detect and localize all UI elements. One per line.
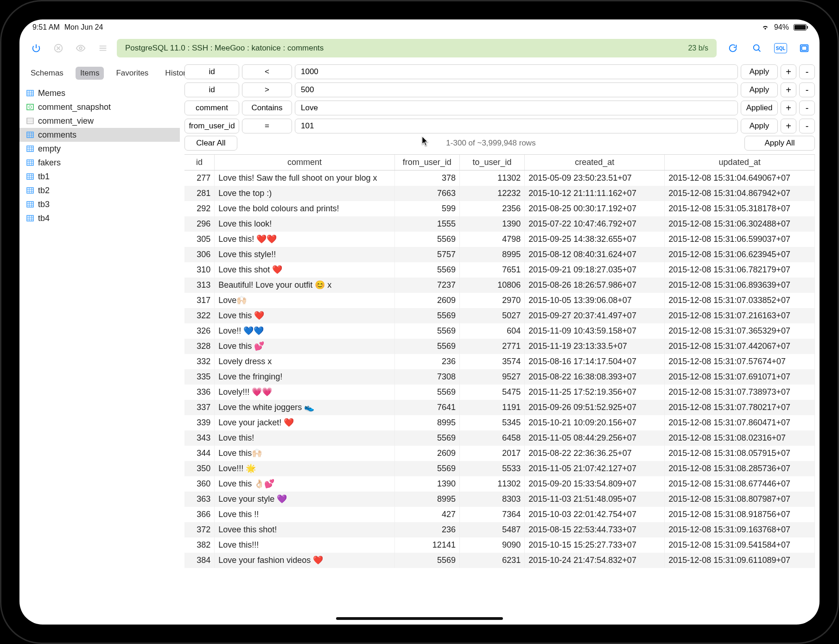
filter-value-input[interactable] [295,64,738,79]
sidebar-item-fakers[interactable]: fakers [19,156,180,170]
table-row[interactable]: 339Love your jacket! ❤️899553452015-10-2… [184,415,815,430]
cell-to-user-id[interactable]: 5345 [459,415,524,430]
cell-id[interactable]: 317 [184,293,215,308]
cell-created-at[interactable]: 2015-11-19 23:13:33.5+07 [525,339,665,354]
cell-updated-at[interactable]: 2015-12-08 15:31:07.860471+07 [665,415,815,430]
table-row[interactable]: 366Love this !!42773642015-10-03 22:01:4… [184,507,815,522]
cell-id[interactable]: 382 [184,537,215,553]
header-id[interactable]: id [184,155,215,170]
panels-icon[interactable] [797,41,811,55]
cell-id[interactable]: 281 [184,186,215,201]
sidebar-item-Memes[interactable]: Memes [19,86,180,100]
cell-created-at[interactable]: 2015-10-05 13:39:06.08+07 [525,293,665,308]
cell-to-user-id[interactable]: 1191 [459,400,524,415]
filter-operator-select[interactable]: > [242,82,292,97]
cell-updated-at[interactable]: 2015-12-08 15:31:06.893639+07 [665,278,815,293]
filter-value-input[interactable] [295,82,738,97]
cell-from-user-id[interactable]: 1390 [394,476,459,492]
cell-updated-at[interactable]: 2015-12-08 15:31:07.216163+07 [665,308,815,323]
table-row[interactable]: 332Lovely dress x23635742015-08-16 17:14… [184,354,815,369]
cell-id[interactable]: 292 [184,201,215,216]
cell-updated-at[interactable]: 2015-12-08 15:31:09.163768+07 [665,522,815,537]
cell-id[interactable]: 337 [184,400,215,415]
cell-from-user-id[interactable]: 7641 [394,400,459,415]
cell-comment[interactable]: Love the white joggers 👟 [215,400,394,415]
cell-from-user-id[interactable]: 5569 [394,430,459,446]
cell-comment[interactable]: Love this! ❤️❤️ [215,232,394,247]
cell-to-user-id[interactable]: 8995 [459,247,524,262]
filter-operator-select[interactable]: Contains [242,101,292,115]
cell-updated-at[interactable]: 2015-12-08 15:31:06.302488+07 [665,216,815,232]
cell-updated-at[interactable]: 2015-12-08 15:31:08.285736+07 [665,461,815,476]
filter-column-select[interactable]: id [184,82,239,97]
table-row[interactable]: 360Love this 👌🏻💕1390113022015-09-20 15:3… [184,476,815,492]
cell-updated-at[interactable]: 2015-12-08 15:31:07.57674+07 [665,354,815,369]
table-row[interactable]: 328Love this 💕556927712015-11-19 23:13:3… [184,339,815,354]
table-row[interactable]: 337Love the white joggers 👟764111912015-… [184,400,815,415]
cell-id[interactable]: 328 [184,339,215,354]
table-row[interactable]: 363Love your style 💜899583032015-11-03 2… [184,492,815,507]
cell-created-at[interactable]: 2015-08-16 17:14:17.504+07 [525,354,665,369]
table-row[interactable]: 305Love this! ❤️❤️556947982015-09-25 14:… [184,232,815,247]
cell-created-at[interactable]: 2015-08-15 22:53:44.733+07 [525,522,665,537]
filter-add-button[interactable]: + [781,82,796,97]
cell-to-user-id[interactable]: 5475 [459,385,524,400]
cell-to-user-id[interactable]: 8303 [459,492,524,507]
filter-remove-button[interactable]: - [799,82,815,97]
cell-comment[interactable]: Love the fringing! [215,369,394,385]
filter-operator-select[interactable]: < [242,64,292,79]
filter-apply-button[interactable]: Apply [741,119,778,133]
power-icon[interactable] [28,40,44,57]
filter-remove-button[interactable]: - [799,119,815,133]
cell-created-at[interactable]: 2015-11-03 21:51:48.095+07 [525,492,665,507]
cell-comment[interactable]: Love this!!! [215,537,394,553]
cell-id[interactable]: 305 [184,232,215,247]
cell-updated-at[interactable]: 2015-12-08 15:31:04.867942+07 [665,186,815,201]
cell-comment[interactable]: Love this! [215,430,394,446]
cell-from-user-id[interactable]: 12141 [394,537,459,553]
cell-updated-at[interactable]: 2015-12-08 15:31:06.599037+07 [665,232,815,247]
cell-to-user-id[interactable]: 11302 [459,170,524,186]
cell-to-user-id[interactable]: 2356 [459,201,524,216]
cell-from-user-id[interactable]: 599 [394,201,459,216]
cell-to-user-id[interactable]: 10806 [459,278,524,293]
cell-comment[interactable]: Love this ❤️ [215,308,394,323]
table-row[interactable]: 335Love the fringing!730895272015-08-22 … [184,369,815,385]
cell-id[interactable]: 384 [184,553,215,568]
filter-remove-button[interactable]: - [799,64,815,79]
cell-from-user-id[interactable]: 7308 [394,369,459,385]
sidebar-item-comments[interactable]: comments [19,128,180,142]
tab-favorites[interactable]: Favorites [111,67,153,80]
cell-id[interactable]: 363 [184,492,215,507]
cancel-icon[interactable] [50,40,67,57]
cell-id[interactable]: 343 [184,430,215,446]
cell-updated-at[interactable]: 2015-12-08 15:31:09.611089+07 [665,553,815,568]
filter-add-button[interactable]: + [781,119,796,133]
cell-from-user-id[interactable]: 8995 [394,415,459,430]
table-row[interactable]: 336Lovely!!! 💗💗556954752015-11-25 17:52:… [184,385,815,400]
list-lines-icon[interactable] [95,40,111,57]
table-row[interactable]: 313Beautiful! Love your outfit 😊 x723710… [184,278,815,293]
cell-from-user-id[interactable]: 236 [394,354,459,369]
table-row[interactable]: 296Love this look!155513902015-07-22 10:… [184,216,815,232]
cell-to-user-id[interactable]: 7651 [459,262,524,278]
filter-column-select[interactable]: comment [184,101,239,115]
cell-created-at[interactable]: 2015-10-15 15:25:27.733+07 [525,537,665,553]
cell-comment[interactable]: Love this! Saw the full shoot on your bl… [215,170,394,186]
cell-id[interactable]: 372 [184,522,215,537]
cell-id[interactable]: 332 [184,354,215,369]
cell-to-user-id[interactable]: 5487 [459,522,524,537]
cell-updated-at[interactable]: 2015-12-08 15:31:06.623945+07 [665,247,815,262]
table-row[interactable]: 277Love this! Saw the full shoot on your… [184,170,815,186]
filter-add-button[interactable]: + [781,101,796,115]
tab-items[interactable]: Items [76,67,104,80]
sidebar-item-comment_view[interactable]: comment_view [19,114,180,128]
cell-updated-at[interactable]: 2015-12-08 15:31:08.02316+07 [665,430,815,446]
cell-created-at[interactable]: 2015-09-26 09:51:52.925+07 [525,400,665,415]
cell-created-at[interactable]: 2015-08-25 00:30:17.192+07 [525,201,665,216]
table-row[interactable]: 350Love!!! 🌟556955332015-11-05 21:07:42.… [184,461,815,476]
cell-to-user-id[interactable]: 9527 [459,369,524,385]
cell-id[interactable]: 336 [184,385,215,400]
cell-comment[interactable]: Love this shot ❤️ [215,262,394,278]
cell-id[interactable]: 350 [184,461,215,476]
